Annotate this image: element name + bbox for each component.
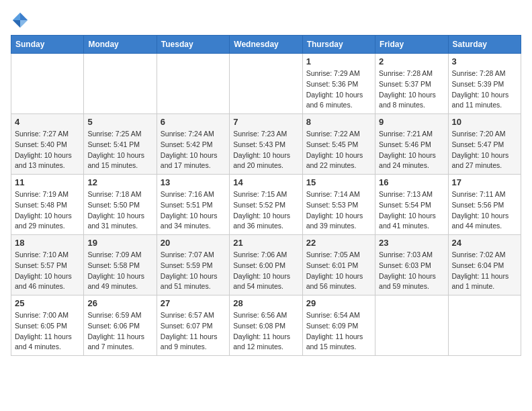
day-number: 28	[233, 298, 298, 308]
calendar-cell: 27Sunrise: 6:57 AM Sunset: 6:07 PM Dayli…	[157, 295, 229, 356]
day-detail: Sunrise: 7:21 AM Sunset: 5:46 PM Dayligh…	[379, 129, 444, 171]
day-number: 19	[87, 238, 152, 248]
day-detail: Sunrise: 6:56 AM Sunset: 6:08 PM Dayligh…	[233, 310, 298, 353]
column-header-wednesday: Wednesday	[230, 36, 302, 54]
day-detail: Sunrise: 7:15 AM Sunset: 5:52 PM Dayligh…	[233, 189, 298, 232]
calendar-cell: 26Sunrise: 6:59 AM Sunset: 6:06 PM Dayli…	[84, 295, 157, 356]
logo-icon	[11, 11, 30, 30]
day-number: 7	[233, 117, 298, 127]
column-header-thursday: Thursday	[302, 36, 375, 54]
day-detail: Sunrise: 7:11 AM Sunset: 5:56 PM Dayligh…	[452, 189, 517, 232]
day-number: 16	[379, 177, 444, 187]
day-number: 1	[306, 56, 371, 66]
calendar-cell: 14Sunrise: 7:15 AM Sunset: 5:52 PM Dayli…	[230, 175, 302, 235]
day-detail: Sunrise: 7:27 AM Sunset: 5:40 PM Dayligh…	[15, 129, 80, 171]
column-header-friday: Friday	[375, 36, 448, 54]
day-number: 5	[87, 117, 152, 127]
calendar-cell: 29Sunrise: 6:54 AM Sunset: 6:09 PM Dayli…	[302, 295, 375, 356]
calendar-cell	[230, 54, 302, 114]
calendar-cell	[375, 295, 448, 356]
calendar-cell: 18Sunrise: 7:10 AM Sunset: 5:57 PM Dayli…	[11, 235, 84, 295]
day-detail: Sunrise: 7:02 AM Sunset: 6:04 PM Dayligh…	[452, 250, 517, 292]
column-header-monday: Monday	[84, 36, 157, 54]
calendar-cell: 12Sunrise: 7:18 AM Sunset: 5:50 PM Dayli…	[84, 175, 157, 235]
calendar-cell: 19Sunrise: 7:09 AM Sunset: 5:58 PM Dayli…	[84, 235, 157, 295]
day-number: 20	[161, 238, 226, 248]
day-detail: Sunrise: 7:16 AM Sunset: 5:51 PM Dayligh…	[161, 189, 226, 232]
calendar-cell: 3Sunrise: 7:28 AM Sunset: 5:39 PM Daylig…	[448, 54, 521, 114]
calendar-header-row: SundayMondayTuesdayWednesdayThursdayFrid…	[11, 36, 521, 54]
calendar-cell: 8Sunrise: 7:22 AM Sunset: 5:45 PM Daylig…	[302, 114, 375, 175]
day-detail: Sunrise: 7:19 AM Sunset: 5:48 PM Dayligh…	[15, 189, 80, 232]
day-number: 9	[379, 117, 444, 127]
column-header-sunday: Sunday	[11, 36, 84, 54]
day-number: 14	[233, 177, 298, 187]
calendar-cell: 22Sunrise: 7:05 AM Sunset: 6:01 PM Dayli…	[302, 235, 375, 295]
day-detail: Sunrise: 7:22 AM Sunset: 5:45 PM Dayligh…	[306, 129, 371, 171]
day-number: 12	[87, 177, 152, 187]
calendar-cell: 13Sunrise: 7:16 AM Sunset: 5:51 PM Dayli…	[157, 175, 229, 235]
day-number: 25	[15, 298, 80, 308]
day-detail: Sunrise: 6:57 AM Sunset: 6:07 PM Dayligh…	[161, 310, 226, 353]
calendar-cell	[448, 295, 521, 356]
calendar-week-row: 11Sunrise: 7:19 AM Sunset: 5:48 PM Dayli…	[11, 175, 521, 235]
calendar-cell: 7Sunrise: 7:23 AM Sunset: 5:43 PM Daylig…	[230, 114, 302, 175]
calendar-cell: 24Sunrise: 7:02 AM Sunset: 6:04 PM Dayli…	[448, 235, 521, 295]
day-detail: Sunrise: 7:05 AM Sunset: 6:01 PM Dayligh…	[306, 250, 371, 292]
day-detail: Sunrise: 7:07 AM Sunset: 5:59 PM Dayligh…	[161, 250, 226, 292]
calendar-cell: 15Sunrise: 7:14 AM Sunset: 5:53 PM Dayli…	[302, 175, 375, 235]
day-detail: Sunrise: 7:14 AM Sunset: 5:53 PM Dayligh…	[306, 189, 371, 232]
day-detail: Sunrise: 7:24 AM Sunset: 5:42 PM Dayligh…	[161, 129, 226, 171]
calendar-cell: 4Sunrise: 7:27 AM Sunset: 5:40 PM Daylig…	[11, 114, 84, 175]
day-detail: Sunrise: 7:10 AM Sunset: 5:57 PM Dayligh…	[15, 250, 80, 292]
day-number: 29	[306, 298, 371, 308]
calendar-cell: 21Sunrise: 7:06 AM Sunset: 6:00 PM Dayli…	[230, 235, 302, 295]
calendar-cell	[11, 54, 84, 114]
day-number: 27	[161, 298, 226, 308]
day-detail: Sunrise: 6:59 AM Sunset: 6:06 PM Dayligh…	[87, 310, 152, 353]
calendar-cell: 28Sunrise: 6:56 AM Sunset: 6:08 PM Dayli…	[230, 295, 302, 356]
calendar-cell: 6Sunrise: 7:24 AM Sunset: 5:42 PM Daylig…	[157, 114, 229, 175]
day-number: 26	[87, 298, 152, 308]
day-number: 17	[452, 177, 517, 187]
svg-marker-2	[13, 20, 20, 28]
day-detail: Sunrise: 7:13 AM Sunset: 5:54 PM Dayligh…	[379, 189, 444, 232]
day-number: 15	[306, 177, 371, 187]
calendar-cell: 17Sunrise: 7:11 AM Sunset: 5:56 PM Dayli…	[448, 175, 521, 235]
column-header-tuesday: Tuesday	[157, 36, 229, 54]
day-number: 4	[15, 117, 80, 127]
day-detail: Sunrise: 7:18 AM Sunset: 5:50 PM Dayligh…	[87, 189, 152, 232]
calendar-cell: 23Sunrise: 7:03 AM Sunset: 6:03 PM Dayli…	[375, 235, 448, 295]
svg-marker-3	[20, 20, 28, 28]
day-number: 24	[452, 238, 517, 248]
calendar-table: SundayMondayTuesdayWednesdayThursdayFrid…	[11, 35, 521, 356]
day-detail: Sunrise: 7:09 AM Sunset: 5:58 PM Dayligh…	[87, 250, 152, 292]
day-detail: Sunrise: 7:29 AM Sunset: 5:36 PM Dayligh…	[306, 68, 371, 111]
day-detail: Sunrise: 7:23 AM Sunset: 5:43 PM Dayligh…	[233, 129, 298, 171]
calendar-cell: 16Sunrise: 7:13 AM Sunset: 5:54 PM Dayli…	[375, 175, 448, 235]
day-number: 8	[306, 117, 371, 127]
calendar-cell	[157, 54, 229, 114]
day-detail: Sunrise: 7:25 AM Sunset: 5:41 PM Dayligh…	[87, 129, 152, 171]
day-number: 6	[161, 117, 226, 127]
day-number: 3	[452, 56, 517, 66]
calendar-cell: 5Sunrise: 7:25 AM Sunset: 5:41 PM Daylig…	[84, 114, 157, 175]
calendar-cell: 1Sunrise: 7:29 AM Sunset: 5:36 PM Daylig…	[302, 54, 375, 114]
calendar-cell: 9Sunrise: 7:21 AM Sunset: 5:46 PM Daylig…	[375, 114, 448, 175]
day-number: 23	[379, 238, 444, 248]
day-detail: Sunrise: 7:20 AM Sunset: 5:47 PM Dayligh…	[452, 129, 517, 171]
day-detail: Sunrise: 7:06 AM Sunset: 6:00 PM Dayligh…	[233, 250, 298, 292]
calendar-cell: 10Sunrise: 7:20 AM Sunset: 5:47 PM Dayli…	[448, 114, 521, 175]
day-number: 22	[306, 238, 371, 248]
column-header-saturday: Saturday	[448, 36, 521, 54]
calendar-week-row: 1Sunrise: 7:29 AM Sunset: 5:36 PM Daylig…	[11, 54, 521, 114]
day-number: 10	[452, 117, 517, 127]
calendar-week-row: 18Sunrise: 7:10 AM Sunset: 5:57 PM Dayli…	[11, 235, 521, 295]
day-number: 18	[15, 238, 80, 248]
calendar-week-row: 4Sunrise: 7:27 AM Sunset: 5:40 PM Daylig…	[11, 114, 521, 175]
logo	[11, 11, 32, 30]
day-number: 2	[379, 56, 444, 66]
day-detail: Sunrise: 7:28 AM Sunset: 5:39 PM Dayligh…	[452, 68, 517, 111]
calendar-week-row: 25Sunrise: 7:00 AM Sunset: 6:05 PM Dayli…	[11, 295, 521, 356]
day-detail: Sunrise: 6:54 AM Sunset: 6:09 PM Dayligh…	[306, 310, 371, 353]
